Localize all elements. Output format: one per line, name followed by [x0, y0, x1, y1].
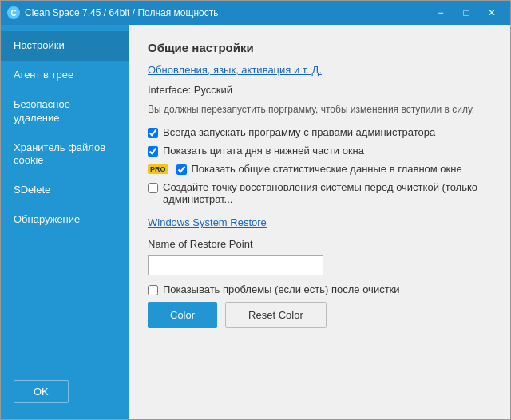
interface-label: Interface:: [148, 84, 191, 96]
checkbox-admin-label: Всегда запускать программу с правами адм…: [163, 126, 435, 138]
main-content: Настройки Агент в трее Безопасное удален…: [1, 25, 510, 419]
checkbox-quote-label: Показать цитата дня в нижней части окна: [163, 145, 364, 157]
app-icon-text: C: [10, 9, 16, 18]
section-title: Общие настройки: [148, 41, 491, 54]
sidebar-item-agent[interactable]: Агент в трее: [1, 61, 129, 90]
pro-badge: PRO: [148, 164, 168, 174]
close-button[interactable]: ✕: [480, 5, 504, 21]
checkbox-restore-label: Создайте точку восстановления системы пе…: [163, 181, 491, 205]
interface-row: Interface: Русский: [148, 84, 491, 96]
restore-point-input[interactable]: [148, 255, 323, 275]
checkbox-restore-row: Создайте точку восстановления системы пе…: [148, 181, 491, 205]
checkbox-problems-label: Показывать проблемы (если есть) после оч…: [163, 283, 400, 295]
sidebar: Настройки Агент в трее Безопасное удален…: [1, 25, 129, 419]
checkbox-admin[interactable]: [148, 128, 158, 138]
sidebar-item-sdelete[interactable]: SDelete: [1, 176, 129, 205]
checkbox-admin-row: Всегда запускать программу с правами адм…: [148, 126, 491, 138]
maximize-button[interactable]: □: [454, 5, 478, 21]
checkbox-restore[interactable]: [148, 183, 158, 193]
ok-button[interactable]: OK: [14, 380, 69, 403]
checkbox-stats-label: Показать общие статистические данные в г…: [192, 163, 462, 175]
sidebar-item-secure-delete[interactable]: Безопасное удаление: [1, 90, 129, 133]
checkbox-stats-row: PRO Показать общие статистические данные…: [148, 163, 491, 175]
interface-value: Русский: [194, 84, 232, 96]
minimize-button[interactable]: −: [429, 5, 453, 21]
sidebar-bottom: OK: [1, 370, 129, 413]
sidebar-item-cookie[interactable]: Хранитель файлов cookie: [1, 133, 129, 176]
content-area: Общие настройки Обновления, язык, актива…: [129, 25, 510, 419]
main-window: C Clean Space 7.45 / 64bit / Полная мощн…: [0, 0, 511, 420]
updates-link[interactable]: Обновления, язык, активация и т. Д.: [148, 64, 322, 76]
reset-color-button[interactable]: Reset Color: [225, 302, 327, 328]
restart-notice: Вы должны перезапустить порграмму, чтобы…: [148, 104, 491, 115]
checkbox-stats[interactable]: [176, 164, 187, 175]
checkbox-problems-row: Показывать проблемы (если есть) после оч…: [148, 283, 491, 295]
titlebar-controls: − □ ✕: [429, 5, 504, 21]
checkbox-quote-row: Показать цитата дня в нижней части окна: [148, 145, 491, 157]
checkbox-problems[interactable]: [148, 285, 158, 295]
sidebar-item-detect[interactable]: Обнаружение: [1, 205, 129, 235]
button-row: Color Reset Color: [148, 302, 491, 328]
checkbox-quote[interactable]: [148, 146, 158, 157]
windows-restore-link[interactable]: Windows System Restore: [148, 216, 267, 228]
restore-point-label: Name of Restore Point: [148, 238, 491, 250]
color-button[interactable]: Color: [148, 302, 217, 328]
window-title: Clean Space 7.45 / 64bit / Полная мощнос…: [25, 7, 218, 18]
sidebar-item-settings[interactable]: Настройки: [1, 31, 129, 61]
app-icon: C: [7, 6, 20, 19]
titlebar: C Clean Space 7.45 / 64bit / Полная мощн…: [1, 1, 510, 25]
titlebar-left: C Clean Space 7.45 / 64bit / Полная мощн…: [7, 6, 218, 19]
